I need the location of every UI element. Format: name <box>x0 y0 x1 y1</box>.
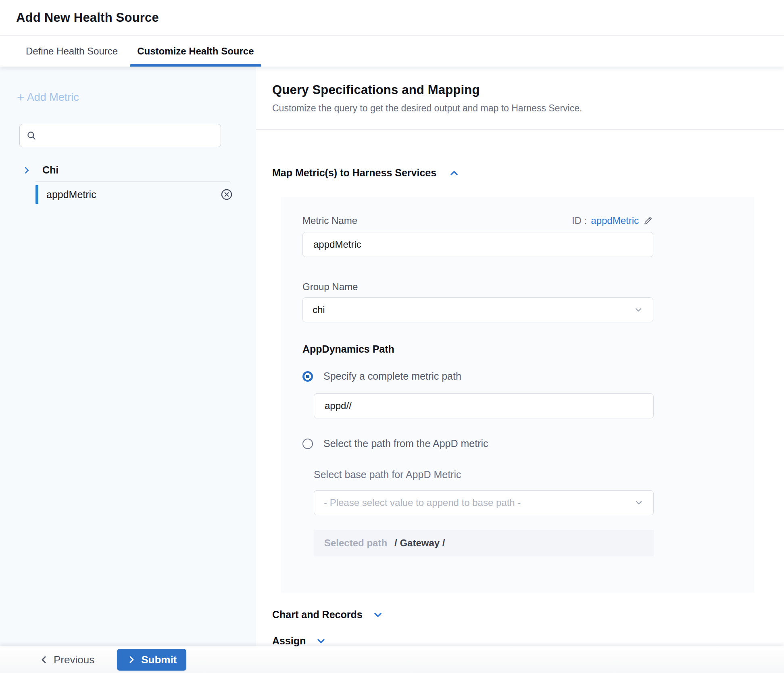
metric-id-row: ID : appdMetric <box>572 215 653 226</box>
edit-icon[interactable] <box>643 215 653 226</box>
radio-label: Specify a complete metric path <box>323 370 461 382</box>
assign-section-header: Assign <box>272 635 784 646</box>
metric-group-label: Chi <box>42 164 58 176</box>
chart-records-title: Chart and Records <box>272 609 363 621</box>
radio-label: Select the path from the AppD metric <box>323 438 488 449</box>
tab-label: Define Health Source <box>26 46 118 57</box>
metric-mapping-form: Metric Name ID : appdMetric Group Name c… <box>281 197 754 593</box>
chevron-down-icon <box>634 305 643 315</box>
tab-bar: Define Health Source Customize Health So… <box>0 36 784 67</box>
submit-label: Submit <box>141 654 177 666</box>
metrics-sidebar: + Add Metric Chi appdMetric <box>0 67 256 646</box>
group-divider <box>35 182 230 182</box>
base-path-select[interactable]: - Please select value to append to base … <box>314 490 654 515</box>
dialog-header: Add New Health Source <box>0 0 784 36</box>
search-icon <box>26 130 37 141</box>
metric-group-chi[interactable]: Chi <box>22 164 256 176</box>
chevron-up-icon[interactable] <box>448 167 460 179</box>
group-name-label: Group Name <box>302 281 653 293</box>
chevron-right-icon <box>22 166 31 175</box>
assign-title: Assign <box>272 635 306 646</box>
base-path-label: Select base path for AppD Metric <box>314 469 653 481</box>
selected-path-bar: Selected path / Gateway / <box>314 530 654 556</box>
id-label: ID : <box>572 215 587 226</box>
radio-complete-metric-path[interactable]: Specify a complete metric path <box>302 370 653 382</box>
chart-records-section-header: Chart and Records <box>272 609 784 621</box>
tab-define-health-source[interactable]: Define Health Source <box>19 36 125 67</box>
group-name-value: chi <box>313 304 634 316</box>
base-path-placeholder: - Please select value to append to base … <box>324 497 634 508</box>
selected-path-label: Selected path <box>324 537 387 549</box>
selected-indicator <box>35 185 38 204</box>
metric-name-label: Metric Name <box>302 215 357 226</box>
map-metrics-title: Map Metric(s) to Harness Services <box>272 167 436 179</box>
plus-icon: + <box>17 91 25 104</box>
metric-id-link[interactable]: appdMetric <box>591 215 639 226</box>
submit-button[interactable]: Submit <box>117 649 186 671</box>
tab-label: Customize Health Source <box>137 46 254 57</box>
appdynamics-path-heading: AppDynamics Path <box>302 343 653 355</box>
previous-button[interactable]: Previous <box>39 654 94 666</box>
selected-path-value: / Gateway / <box>394 537 445 549</box>
previous-label: Previous <box>54 654 94 666</box>
chevron-down-icon <box>634 498 644 508</box>
section-subheading: Customize the query to get the desired o… <box>272 103 784 114</box>
query-spec-panel: Query Specifications and Mapping Customi… <box>256 67 784 646</box>
map-metrics-section-header: Map Metric(s) to Harness Services <box>272 167 784 179</box>
chevron-down-icon[interactable] <box>315 635 327 647</box>
search-input[interactable] <box>42 130 214 141</box>
remove-metric-icon[interactable] <box>220 188 234 201</box>
section-heading: Query Specifications and Mapping <box>272 83 784 97</box>
chevron-right-icon <box>127 655 136 665</box>
metric-item-appdmetric[interactable]: appdMetric <box>0 183 256 206</box>
dialog-footer: Previous Submit <box>0 646 784 673</box>
metric-search-box <box>19 124 221 147</box>
tab-customize-health-source[interactable]: Customize Health Source <box>130 36 261 67</box>
chevron-left-icon <box>39 655 49 665</box>
radio-unselected-icon <box>302 439 313 449</box>
group-name-select[interactable]: chi <box>302 297 653 322</box>
metric-name-input[interactable] <box>302 232 653 257</box>
add-metric-label: Add Metric <box>27 91 79 104</box>
radio-selected-icon <box>302 371 313 382</box>
metric-item-label: appdMetric <box>46 189 96 201</box>
add-metric-button[interactable]: + Add Metric <box>17 91 79 104</box>
chevron-down-icon[interactable] <box>372 609 384 621</box>
dialog-body: + Add Metric Chi appdMetric <box>0 67 784 646</box>
add-health-source-dialog: Add New Health Source Define Health Sour… <box>0 0 784 673</box>
section-divider <box>256 129 784 130</box>
radio-select-appd-path[interactable]: Select the path from the AppD metric <box>302 438 653 449</box>
complete-metric-path-input[interactable] <box>314 393 654 418</box>
metric-name-row: Metric Name ID : appdMetric <box>302 215 653 226</box>
page-title: Add New Health Source <box>16 10 159 25</box>
